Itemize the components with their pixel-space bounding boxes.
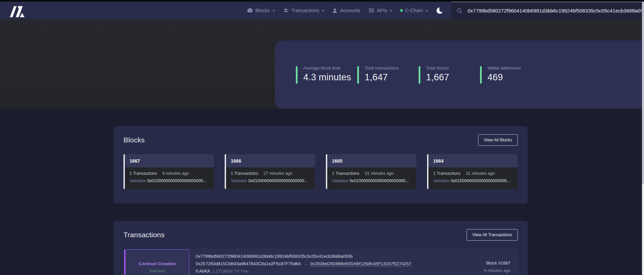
validator-address: 0x0100000000000000000000...: [349, 178, 409, 183]
block-tx-count: 1 Transactions: [231, 171, 258, 176]
stat-wallet-addresses: Wallet addresses 469: [480, 65, 541, 84]
block-age: 31 minutes ago: [365, 171, 393, 176]
transactions-section-title: Transactions: [123, 231, 165, 239]
transaction-fee: 1.1718604 TX Fee: [210, 269, 248, 274]
theme-toggle-moon-icon[interactable]: [437, 7, 444, 14]
nav-item-transactions[interactable]: Transactions ▾: [283, 8, 324, 13]
block-card-1665[interactable]: 1665 1 Transactions 31 minutes ago Valid…: [326, 154, 416, 189]
transaction-age: 9 minutes ago: [484, 267, 510, 274]
stat-value: 469: [487, 72, 521, 83]
transaction-hash-link[interactable]: 0x7799bd580272f9604140b6991d3bb6c19924bf…: [196, 253, 411, 260]
block-number: 1664: [428, 154, 517, 167]
nav-item-blocks[interactable]: Blocks ▾: [247, 7, 275, 13]
stat-value: 1,647: [365, 72, 399, 83]
stat-label: Wallet addresses: [487, 65, 521, 71]
transaction-block-link[interactable]: Block #1667: [484, 259, 510, 267]
stat-average-block-time: Average block time 4.3 minutes: [296, 65, 357, 84]
block-tx-count: 1 Transactions: [433, 171, 460, 176]
scrollbar-thumb[interactable]: [642, 2, 644, 184]
cube-icon: [247, 7, 253, 13]
nav-label: Accounts: [340, 8, 360, 13]
block-age: 27 minutes ago: [263, 171, 292, 176]
stat-value: 4.3 minutes: [303, 72, 351, 83]
avalanche-logo-icon[interactable]: [9, 4, 29, 17]
from-address[interactable]: 0x2E7263d815CbB43a9647843C8a1e2F5c87F75d…: [196, 261, 301, 266]
stat-total-blocks: Total blocks 1,667: [419, 65, 480, 84]
chevron-down-icon: ▾: [390, 9, 392, 12]
block-card-1666[interactable]: 1666 1 Transactions 27 minutes ago Valid…: [225, 154, 315, 189]
person-icon: [332, 8, 338, 13]
block-card-1667[interactable]: 1667 1 Transactions 9 minutes ago Valida…: [123, 154, 214, 189]
view-all-transactions-button[interactable]: View All Transactions: [467, 229, 518, 241]
nav-item-accounts[interactable]: Accounts: [332, 8, 360, 13]
search-input[interactable]: 0x7799bd580272f9604140b6991d3bb6c19924bf…: [451, 2, 642, 19]
validator-address: 0x0100000000000000000000...: [147, 178, 207, 183]
stat-total-transactions: Total transactions 1,647: [357, 65, 419, 84]
validator-label: Validator: [130, 178, 146, 183]
nav-item-c-chain[interactable]: C-Chain ▾: [400, 8, 428, 13]
transactions-section: Transactions View All Transactions Contr…: [114, 221, 528, 275]
chain-status-dot-icon: [400, 9, 403, 12]
blocks-section-title: Blocks: [123, 136, 145, 144]
validator-address: 0x0100000000000000000000...: [451, 178, 510, 183]
chevron-down-icon: ▾: [273, 9, 275, 12]
stat-accent-bar: [419, 66, 420, 84]
validator-label: Validator: [231, 178, 247, 183]
chevron-down-icon: ▾: [322, 9, 324, 12]
to-address-link[interactable]: 0x2938eD5D869e50DA6f125dfc45F13157f52742…: [310, 261, 411, 267]
stat-accent-bar: [480, 66, 482, 84]
block-tx-count: 1 Transactions: [332, 171, 359, 176]
transaction-amount: 0 AVAX: [196, 269, 210, 274]
block-number: 1667: [125, 154, 214, 167]
view-all-blocks-button[interactable]: View All Blocks: [478, 134, 518, 146]
search-value: 0x7799bd580272f9604140b6991d3bb6c19924bf…: [468, 8, 642, 13]
scrollbar-track[interactable]: [642, 2, 644, 275]
validator-label: Validator: [332, 178, 348, 183]
swap-icon: [283, 8, 289, 13]
transaction-status: Success: [149, 269, 165, 273]
nav-label: Transactions: [291, 8, 319, 13]
stat-label: Average block time: [303, 65, 351, 71]
blocks-section: Blocks View All Blocks 1667 1 Transactio…: [114, 126, 528, 203]
transaction-type: Contract Creation: [139, 261, 176, 266]
block-card-1664[interactable]: 1664 1 Transactions 31 minutes ago Valid…: [427, 154, 517, 189]
block-tx-count: 1 Transactions: [130, 171, 157, 176]
nav-label: C-Chain: [405, 8, 423, 13]
block-age: 31 minutes ago: [466, 171, 495, 176]
nav-label: Blocks: [255, 8, 270, 13]
stat-accent-bar: [357, 66, 359, 84]
stat-value: 1,667: [426, 72, 449, 83]
sliders-icon: [368, 8, 374, 13]
transaction-type-badge[interactable]: Contract Creation Success: [124, 249, 189, 275]
block-age: 9 minutes ago: [162, 171, 189, 176]
chevron-down-icon: ▾: [426, 9, 428, 12]
block-list: 1667 1 Transactions 9 minutes ago Valida…: [123, 154, 517, 189]
stats-row: Average block time 4.3 minutes Total tra…: [296, 65, 541, 84]
stat-label: Total blocks: [426, 65, 449, 71]
validator-label: Validator: [433, 178, 449, 183]
search-icon: [456, 7, 463, 14]
block-number: 1665: [327, 154, 416, 167]
arrow-right-icon: →: [301, 261, 310, 266]
network-stats-card: Average block time 4.3 minutes Total tra…: [275, 40, 644, 109]
nav-item-apis[interactable]: APIs ▾: [368, 8, 392, 13]
validator-address: 0x0100000000000000000000...: [248, 178, 308, 183]
nav-label: APIs: [377, 8, 387, 13]
block-number: 1666: [226, 154, 315, 167]
stat-accent-bar: [296, 66, 298, 84]
stat-label: Total transactions: [365, 65, 399, 71]
transaction-row[interactable]: Contract Creation Success 0x7799bd580272…: [123, 249, 518, 275]
nav-menu: Blocks ▾ Transactions ▾ Accounts: [247, 2, 444, 19]
